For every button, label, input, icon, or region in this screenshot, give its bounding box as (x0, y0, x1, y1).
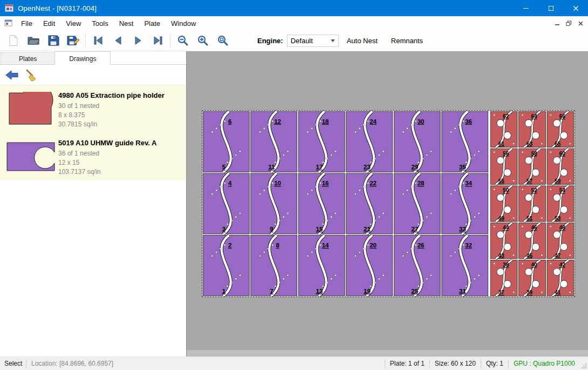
nest-cell-purple[interactable]: 3433 (442, 173, 488, 234)
nest-cell-red[interactable]: 6059 (547, 149, 574, 184)
list-item[interactable]: 5019 A10 UHMW guide Rev. A 36 of 1 neste… (0, 133, 186, 180)
titlebar: OpenNest - [N0317-004] (0, 0, 588, 16)
zoom-in-button[interactable] (193, 32, 213, 50)
nav-next-icon (133, 36, 143, 45)
app-window: OpenNest - [N0317-004] File Edit View To… (0, 0, 588, 370)
save-as-button[interactable] (63, 32, 83, 50)
nest-cell-red[interactable]: 5049 (490, 186, 517, 221)
part-number: 9 (270, 226, 273, 232)
save-button[interactable] (43, 32, 63, 50)
nav-prev-button[interactable] (108, 32, 128, 50)
part-number: 62 (503, 113, 509, 119)
nest-cell-purple[interactable]: 3635 (442, 111, 488, 172)
part-number: 57 (527, 178, 533, 184)
nest-cell-red[interactable]: 6261 (490, 111, 517, 147)
nest-cell-purple[interactable]: 3029 (394, 111, 440, 172)
nest-cell-purple[interactable]: 2827 (394, 173, 440, 234)
part-area: 30.7815 sq/in (58, 120, 184, 129)
nest-cell-red[interactable]: 6665 (547, 111, 574, 147)
part-number: 16 (322, 180, 329, 186)
nest-cell-red[interactable]: 5655 (490, 149, 517, 184)
open-folder-icon (27, 35, 40, 46)
auto-nest-button[interactable]: Auto Nest (341, 33, 383, 48)
nest-cell-purple[interactable]: 2221 (346, 173, 393, 234)
nest-cell-red[interactable]: 4847 (547, 223, 574, 259)
nest-cell-purple[interactable]: 1413 (298, 236, 345, 296)
tab-drawings[interactable]: Drawings (54, 51, 111, 65)
nest-cell-purple[interactable]: 87 (251, 236, 297, 296)
menu-file[interactable]: File (16, 17, 38, 30)
mdi-restore-button[interactable] (566, 21, 572, 26)
part-number: 41 (555, 290, 561, 295)
nest-cell-red[interactable]: 5857 (519, 149, 546, 184)
part-number: 43 (498, 253, 505, 259)
nest-cell-purple[interactable]: 1211 (251, 111, 297, 172)
nav-next-button[interactable] (128, 32, 148, 50)
mdi-close-button[interactable] (578, 21, 584, 26)
nest-cell-red[interactable]: 6463 (519, 111, 546, 147)
resize-grip[interactable] (580, 357, 588, 370)
nest-cell-red[interactable]: 4241 (547, 260, 574, 296)
part-number: 31 (459, 288, 466, 294)
menu-nest[interactable]: Nest (114, 17, 139, 30)
engine-label: Engine: (257, 37, 283, 45)
menu-plate[interactable]: Plate (139, 17, 166, 30)
toolbar: Engine: Default Auto Nest Remnants (0, 30, 588, 51)
part-number: 60 (559, 151, 566, 157)
part-number: 40 (531, 262, 537, 268)
return-part-button[interactable] (4, 67, 20, 83)
nest-cell-purple[interactable]: 2019 (346, 236, 393, 296)
menu-window[interactable]: Window (166, 17, 201, 30)
nest-cell-red[interactable]: 3837 (490, 260, 517, 296)
nest-cell-purple[interactable]: 43 (203, 173, 249, 234)
nav-first-button[interactable] (88, 32, 108, 50)
horizontal-scrollbar[interactable] (187, 350, 588, 356)
nest-cell-purple[interactable]: 21 (203, 236, 249, 296)
status-size: Size: 60 x 120 (430, 357, 481, 370)
menu-edit[interactable]: Edit (38, 17, 60, 30)
window-title: OpenNest - [N0317-004] (18, 4, 97, 12)
nest-cell-red[interactable]: 5453 (547, 186, 574, 221)
nest-cell-red[interactable]: 5251 (519, 186, 546, 221)
nest-cell-red[interactable]: 4443 (490, 223, 517, 259)
toolbar-separator (85, 33, 86, 48)
plate[interactable]: 6512111817242330293635431091615222128273… (202, 111, 575, 297)
zoom-fit-button[interactable] (213, 32, 233, 50)
nest-cell-purple[interactable]: 3231 (442, 236, 488, 296)
status-mode: Select (0, 357, 26, 370)
menu-view[interactable]: View (60, 17, 86, 30)
open-button[interactable] (23, 32, 43, 50)
close-button[interactable] (563, 0, 588, 16)
minimize-button[interactable] (514, 0, 538, 16)
part-number: 30 (418, 118, 425, 125)
clear-button[interactable] (23, 67, 39, 83)
part-nested-count: 36 of 1 nested (58, 149, 184, 158)
menu-tools[interactable]: Tools (86, 17, 113, 30)
nest-cell-red[interactable]: 4039 (519, 260, 546, 296)
new-button[interactable] (3, 32, 23, 50)
nest-cell-purple[interactable]: 1817 (298, 111, 345, 172)
part-number: 50 (503, 187, 509, 193)
nest-svg[interactable]: 6512111817242330293635431091615222128273… (202, 111, 575, 297)
part-number: 25 (412, 288, 419, 294)
part-number: 7 (270, 288, 273, 294)
part-number: 32 (465, 242, 472, 248)
tab-plates[interactable]: Plates (1, 52, 55, 64)
nest-cell-purple[interactable]: 1615 (298, 173, 345, 234)
mdi-minimize-button[interactable] (555, 21, 560, 26)
nest-cell-red[interactable]: 4645 (519, 223, 546, 259)
zoom-out-button[interactable] (173, 32, 193, 50)
nest-cell-purple[interactable]: 2423 (346, 111, 393, 172)
remnants-button[interactable]: Remnants (386, 33, 428, 48)
part-title: 5019 A10 UHMW guide Rev. A (58, 139, 184, 147)
nest-cell-purple[interactable]: 65 (203, 111, 249, 172)
engine-select[interactable]: Default (287, 35, 339, 47)
nest-cell-purple[interactable]: 109 (251, 173, 297, 234)
nav-last-button[interactable] (148, 32, 168, 50)
list-item[interactable]: 4980 A05 Extraction pipe holder 30 of 1 … (0, 85, 186, 133)
maximize-icon (549, 6, 553, 11)
maximize-button[interactable] (538, 0, 563, 16)
nest-canvas[interactable]: 6512111817242330293635431091615222128273… (187, 51, 588, 356)
mdi-child-icon[interactable] (4, 19, 13, 27)
nest-cell-purple[interactable]: 2625 (394, 236, 440, 296)
